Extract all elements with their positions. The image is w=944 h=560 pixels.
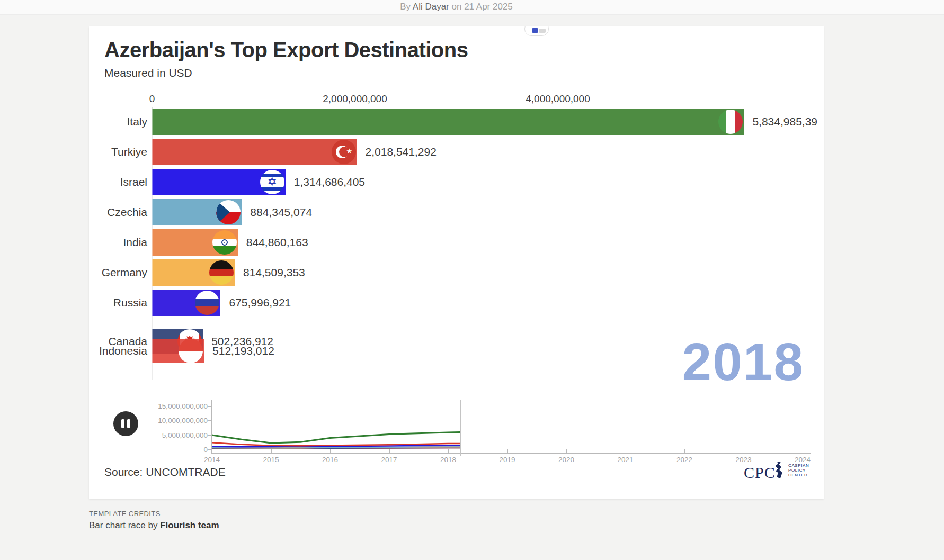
timeline-x-tick-label: 2015 [263,456,279,464]
timeline-series-germany [212,447,460,448]
timeline-x-tick-label: 2014 [204,456,220,464]
timeline-x-tick-label: 2017 [381,456,397,464]
timeline-y-tick-label: 15,000,000,000 [158,402,208,410]
timeline-y-tick-label: 5,000,000,000 [162,431,208,439]
bar-label-turkiye: Turkiye [89,146,147,158]
pause-icon [127,419,130,428]
x-axis-tick-label: 4,000,000,000 [526,93,590,105]
timeline-y-tick-label: 10,000,000,000 [158,417,208,424]
bar-row: Germany814,509,353 [89,259,824,286]
gridline [558,109,558,380]
timeline-x-tick-label: 2019 [499,456,515,464]
bar-label-russia: Russia [89,296,147,309]
chart-card: Azerbaijan's Top Export Destinations Mea… [89,26,824,499]
timeline-y-tick [208,449,211,450]
timeline-x-tick [507,449,508,453]
bar-row: Italy5,834,985,39 [89,109,824,135]
russia-flag-icon [195,291,219,315]
timeline-x-axis [211,453,811,454]
page-title: Azerbaijan's Top Export Destinations [104,38,468,62]
bar-value: 884,345,074 [250,206,312,219]
timeline-y-tick [208,435,211,436]
bar-label-germany: Germany [89,266,147,279]
flourish-flag-icon [532,28,538,33]
timeline-x-tick [566,449,567,453]
bar-label-indonesia: Indonesia [89,345,147,357]
italy-flag-icon [718,110,743,134]
gridline [152,109,153,380]
timeline-y-axis [211,400,212,453]
timeline-x-tick-label: 2018 [440,456,456,464]
bar-label-israel: Israel [89,176,147,188]
template-credits: TEMPLATE CREDITS Bar chart race by Flour… [89,510,219,531]
bar-value: 675,996,921 [229,296,291,309]
timeline-series-russia [212,447,460,448]
timeline-y-tick-label: 0 [203,446,208,454]
bar-italy[interactable] [152,109,744,135]
bar-value: 512,193,012 [212,345,274,357]
timeline-x-tick-label: 2020 [558,456,574,464]
timeline-x-tick [271,449,272,453]
timeline-series-czechia [212,447,460,448]
timeline-x-tick [803,449,803,453]
bar-value: 844,860,163 [246,236,308,249]
flourish-pill-button[interactable] [524,26,549,36]
pause-button[interactable] [113,411,138,436]
czechia-flag-icon [216,200,241,224]
timeline-x-tick [684,449,685,453]
timeline-series-india [212,447,460,448]
gridline [355,109,355,380]
bar-row: India844,860,163 [89,229,824,256]
timeline-x-tick-label: 2021 [617,456,633,464]
bar-label-india: India [89,236,147,249]
timeline-x-tick [330,449,331,453]
timeline-series-turkiye [212,442,460,446]
source-label: Source: UNCOMTRADE [104,466,226,478]
byline-prefix: By [400,2,411,12]
bar-label-czechia: Czechia [89,206,147,219]
bar-row: Indonesia512,193,012 [89,339,824,363]
bar-row: Turkiye★2,018,541,292 [89,139,824,165]
x-axis-tick-label: 2,000,000,000 [323,93,387,105]
timeline-x-tick [744,449,744,453]
cpc-logo-text: CPC [744,464,776,482]
timeline-x-tick [626,449,626,453]
byline: By Ali Dayar on 21 Apr 2025 [89,2,824,12]
byline-date: on 21 Apr 2025 [452,2,513,12]
timeline-series-italy [212,432,460,443]
timeline-x-tick [212,449,212,453]
chart-subtitle: Measured in USD [104,67,192,79]
template-credits-heading: TEMPLATE CREDITS [89,510,219,518]
bar-row: Israel✡1,314,686,405 [89,169,824,195]
timeline-x-tick-label: 2016 [322,456,338,464]
germany-flag-icon [209,260,234,285]
cpc-logo: CPC CASPIAN POLICY CENTER [744,460,813,482]
indonesia-flag-icon [179,339,203,363]
byline-author: Ali Dayar [413,2,449,12]
bar-row: Czechia884,345,074 [89,199,824,225]
bar-turkiye[interactable] [152,139,357,165]
bar-label-italy: Italy [89,115,147,128]
timeline-x-tick [389,449,390,453]
cpc-logo-org-name: CASPIAN POLICY CENTER [788,463,809,477]
flourish-pill-detail [539,29,546,33]
timeline-y-tick [208,406,211,407]
turkiye-flag-icon: ★ [332,140,356,164]
timeline-series-indonesia [212,448,460,449]
bar-value: 1,314,686,405 [294,176,365,188]
israel-flag-icon: ✡ [260,170,284,194]
timeline-x-tick [448,449,449,453]
template-credits-line: Bar chart race by Flourish team [89,520,219,531]
timeline-series-canada [212,448,460,448]
bar-value: 2,018,541,292 [366,146,437,158]
bar-value: 5,834,985,39 [752,115,817,128]
india-flag-icon [212,230,237,255]
timeline-y-tick [208,420,211,421]
bar-row: Russia675,996,921 [89,290,824,316]
timeline-series-israel [212,446,460,447]
timeline-current-position-line[interactable] [460,400,461,456]
flourish-team-link[interactable]: Flourish team [160,520,219,530]
pause-icon [121,419,124,428]
x-axis-tick-label: 0 [149,93,155,105]
timeline-x-tick-label: 2022 [676,456,692,464]
